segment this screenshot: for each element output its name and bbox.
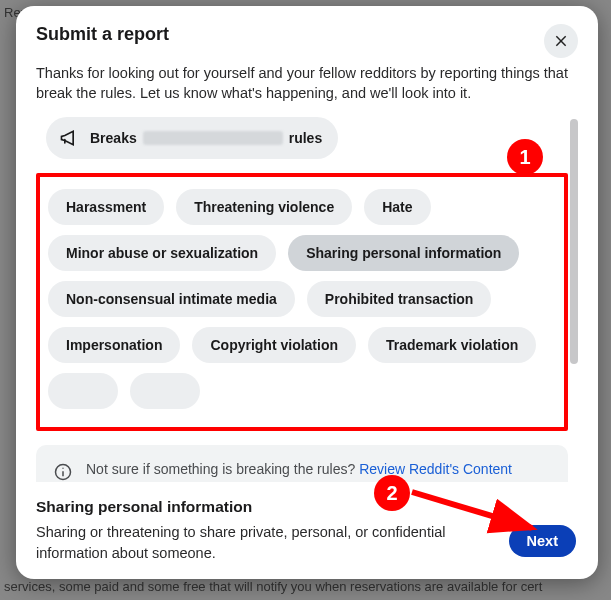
modal-subtitle: Thanks for looking out for yourself and … [36, 64, 578, 103]
annotation-callout-1: 1 [507, 139, 543, 175]
option-threatening-violence[interactable]: Threatening violence [176, 189, 352, 225]
modal-header: Submit a report [36, 24, 578, 58]
redacted-name [143, 131, 283, 145]
option-prohibited-transaction[interactable]: Prohibited transaction [307, 281, 492, 317]
close-icon [553, 33, 569, 49]
info-icon [52, 461, 74, 482]
content-policy-card: Not sure if something is breaking the ru… [36, 445, 568, 482]
annotation-arrow [402, 480, 562, 550]
option-hate[interactable]: Hate [364, 189, 430, 225]
option-cutoff[interactable] [48, 373, 118, 409]
annotation-callout-2: 2 [374, 475, 410, 511]
options-scroll[interactable]: Breaks rules Harassment Threatening viol… [36, 117, 568, 482]
breaks-rules-chip[interactable]: Breaks rules [46, 117, 338, 159]
option-copyright[interactable]: Copyright violation [192, 327, 356, 363]
megaphone-icon [56, 125, 82, 151]
option-trademark[interactable]: Trademark violation [368, 327, 536, 363]
info-text: Not sure if something is breaking the ru… [86, 459, 552, 482]
scrollbar[interactable] [570, 117, 578, 482]
breaks-prefix: Breaks [90, 130, 137, 146]
option-harassment[interactable]: Harassment [48, 189, 164, 225]
breaks-suffix: rules [289, 130, 322, 146]
svg-line-3 [412, 492, 532, 528]
option-impersonation[interactable]: Impersonation [48, 327, 180, 363]
modal-title: Submit a report [36, 24, 169, 45]
option-sharing-personal-info[interactable]: Sharing personal information [288, 235, 519, 271]
option-cutoff[interactable] [130, 373, 200, 409]
option-minor-abuse[interactable]: Minor abuse or sexualization [48, 235, 276, 271]
scrollbar-thumb[interactable] [570, 119, 578, 364]
option-nonconsensual-intimate[interactable]: Non-consensual intimate media [48, 281, 295, 317]
close-button[interactable] [544, 24, 578, 58]
options-group: Harassment Threatening violence Hate Min… [36, 173, 568, 431]
svg-point-2 [62, 468, 63, 469]
